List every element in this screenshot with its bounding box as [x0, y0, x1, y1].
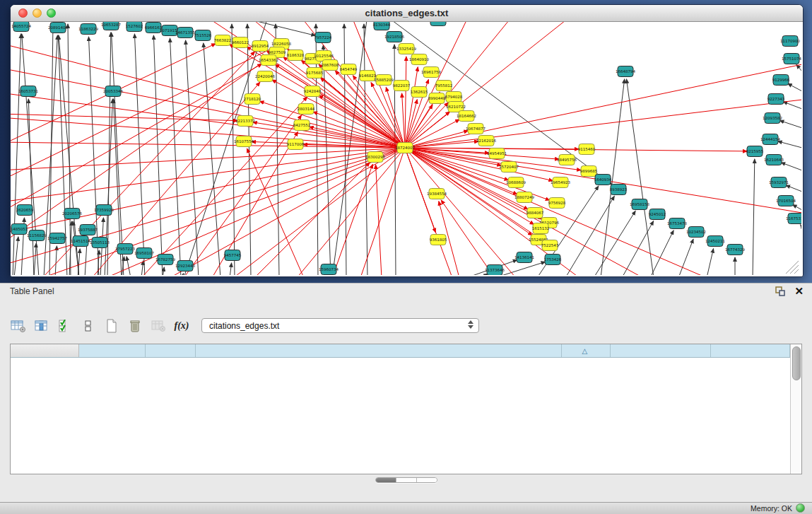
network-node[interactable]: 17957223 [115, 244, 135, 255]
network-node[interactable]: 7515526 [194, 30, 212, 41]
network-node[interactable]: 17359928 [94, 205, 114, 216]
table-mode-icon[interactable] [10, 317, 27, 334]
network-node[interactable]: 2718120 [244, 94, 261, 105]
select-all-icon[interactable] [57, 317, 73, 334]
network-node[interactable]: 15942757 [47, 233, 67, 244]
network-node[interactable]: 7663822 [214, 35, 232, 46]
network-edge[interactable] [783, 102, 801, 109]
close-panel-icon[interactable]: ✕ [794, 286, 804, 296]
network-node[interactable]: 1485051 [11, 224, 28, 235]
network-edge[interactable] [186, 40, 199, 275]
network-edge[interactable] [786, 185, 801, 192]
network-node[interactable]: 11156829 [27, 230, 47, 241]
tab-edge-table[interactable] [396, 478, 417, 482]
show-columns-icon[interactable] [33, 317, 50, 334]
table-row[interactable] [11, 427, 790, 438]
network-window-titlebar[interactable]: citations_edges.txt [11, 5, 803, 22]
network-node[interactable]: 10688609 [506, 177, 526, 188]
network-node[interactable]: 12450211 [705, 236, 725, 247]
network-node[interactable]: 18300295 [365, 152, 385, 163]
network-node[interactable]: 18807249 [514, 192, 534, 203]
network-node[interactable]: 10674877 [466, 124, 486, 134]
vertical-scrollbar[interactable] [790, 344, 801, 474]
network-node[interactable]: 8454749 [340, 64, 358, 75]
function-icon[interactable]: f(x) [173, 317, 190, 334]
network-node[interactable]: 16774329 [725, 245, 745, 255]
network-node[interactable]: 1527602 [126, 22, 143, 32]
column-header-short[interactable] [610, 344, 710, 358]
column-header-out_de[interactable]: △ [562, 344, 611, 358]
network-node[interactable]: 8215955 [746, 146, 764, 157]
network-edge[interactable] [163, 267, 164, 275]
network-edge[interactable] [364, 24, 367, 275]
network-node[interactable]: 9361805 [430, 235, 447, 245]
network-node[interactable]: 7522547 [541, 240, 559, 251]
network-node[interactable]: 7955812 [435, 81, 453, 91]
network-edge[interactable] [319, 95, 405, 148]
scrollbar-thumb[interactable] [792, 346, 801, 380]
delete-table-icon[interactable] [150, 317, 167, 334]
network-node[interactable]: 1753426 [544, 255, 562, 265]
network-node[interactable]: 14136141 [514, 252, 534, 263]
delete-column-icon[interactable] [126, 317, 143, 334]
network-edge[interactable] [11, 43, 405, 148]
network-edge[interactable] [247, 148, 304, 275]
network-node[interactable]: 9245012 [649, 209, 666, 220]
network-edge[interactable] [779, 120, 801, 128]
network-node[interactable]: 9561886 [430, 22, 447, 26]
network-node[interactable]: 22420046 [255, 71, 275, 82]
network-edge[interactable] [34, 243, 36, 275]
network-node[interactable]: 8130344 [373, 22, 391, 30]
network-node[interactable]: 8990448 [428, 93, 446, 104]
network-edge[interactable] [232, 24, 235, 275]
table-row[interactable] [11, 392, 790, 404]
network-node[interactable]: 16782759 [155, 255, 175, 265]
network-edge[interactable] [112, 33, 124, 275]
network-edge[interactable] [134, 34, 145, 275]
network-node[interactable]: 14671355 [175, 28, 195, 38]
network-node[interactable]: 9884067 [526, 208, 544, 218]
network-node[interactable]: 12162016 [476, 136, 496, 146]
network-edge[interactable] [141, 261, 143, 275]
network-node[interactable]: 12213372 [235, 116, 255, 127]
network-edge[interactable] [254, 163, 370, 275]
network-edge[interactable] [801, 225, 801, 227]
network-node[interactable]: 16753478 [667, 218, 687, 229]
resize-grip-icon[interactable] [786, 261, 799, 274]
table-row[interactable] [11, 404, 790, 416]
network-node[interactable]: 13505113 [90, 238, 110, 248]
network-node[interactable]: 1362615 [411, 87, 428, 98]
network-edge[interactable] [650, 230, 673, 275]
column-header-in_degree[interactable] [78, 344, 145, 358]
network-node[interactable]: 14954951 [487, 148, 507, 159]
table-row[interactable] [11, 450, 790, 462]
table-row[interactable] [11, 381, 790, 392]
table-row[interactable] [11, 358, 790, 370]
table-row[interactable] [11, 370, 790, 381]
network-edge[interactable] [332, 22, 367, 275]
tab-network-table[interactable] [417, 478, 437, 482]
rows-icon[interactable] [80, 317, 97, 334]
network-canvas[interactable]: 1872400776638229660122891295418226058982… [11, 22, 801, 275]
network-node[interactable]: 17016504 [776, 196, 796, 206]
network-edge[interactable] [153, 35, 163, 275]
network-node[interactable]: 1615132 [532, 223, 550, 234]
tab-node-table[interactable] [376, 478, 396, 482]
network-node[interactable]: 19654923 [551, 177, 570, 188]
network-node[interactable]: 8427552 [293, 120, 311, 131]
network-edge[interactable] [230, 263, 232, 275]
network-edge[interactable] [14, 237, 18, 275]
network-node[interactable]: 9822037 [393, 81, 411, 91]
column-header-pagerank[interactable] [710, 344, 789, 358]
network-edge[interactable] [441, 200, 495, 275]
network-node[interactable]: 18724007 [395, 143, 415, 153]
network-edge[interactable] [707, 249, 714, 275]
column-header-name[interactable] [11, 344, 78, 358]
network-edge[interactable] [778, 141, 801, 148]
network-node[interactable]: 16961758 [421, 67, 441, 78]
table-row[interactable] [11, 416, 790, 427]
network-node[interactable]: 10653287 [101, 22, 121, 30]
network-edge[interactable] [11, 114, 237, 121]
network-node[interactable]: 15720407 [499, 162, 519, 173]
network-node[interactable]: 6794028 [445, 92, 463, 103]
